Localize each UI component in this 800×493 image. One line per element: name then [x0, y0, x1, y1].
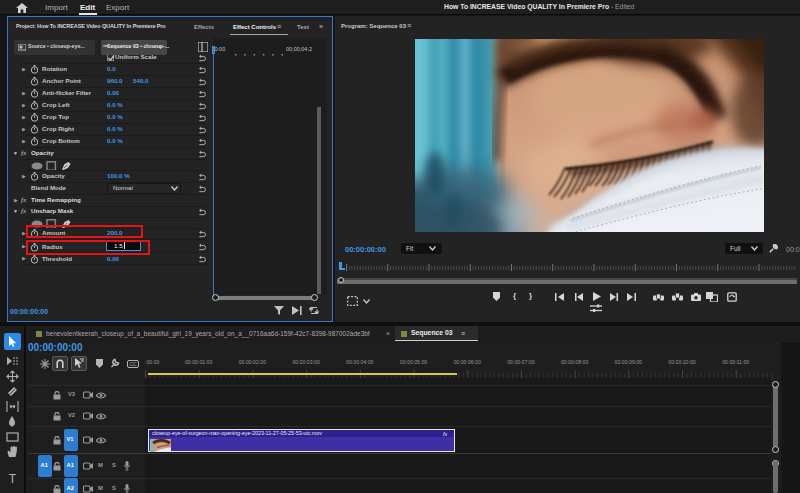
svg-text:00:00:08:00: 00:00:08:00 — [561, 359, 589, 365]
svg-text::00:00: :00:00 — [145, 359, 160, 365]
svg-text:00:00:11:00: 00:00:11:00 — [722, 359, 749, 365]
svg-text:00:00:10:00: 00:00:10:00 — [668, 359, 696, 365]
svg-text:00:00:01:00: 00:00:01:00 — [185, 359, 213, 365]
svg-text:00:00:05:00: 00:00:05:00 — [400, 359, 428, 365]
svg-text:00:00:02:00: 00:00:02:00 — [239, 359, 267, 365]
svg-text:00:00:07:00: 00:00:07:00 — [507, 359, 535, 365]
svg-text:00:00:04:00: 00:00:04:00 — [346, 359, 374, 365]
svg-text:CC: CC — [129, 361, 137, 367]
svg-text:00:00:03:00: 00:00:03:00 — [292, 359, 320, 365]
svg-text:T: T — [9, 472, 17, 485]
svg-text:00:00:09:00: 00:00:09:00 — [615, 359, 643, 365]
svg-text:00:00:06:00: 00:00:06:00 — [453, 359, 481, 365]
